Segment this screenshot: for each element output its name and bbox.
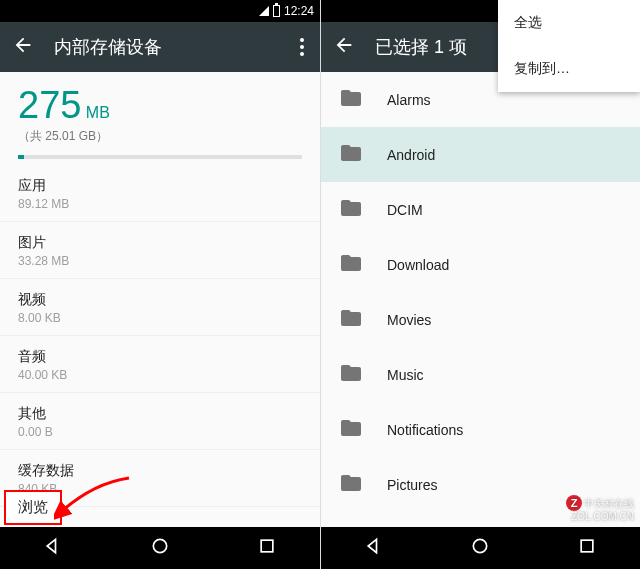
folder-item[interactable]: Android bbox=[321, 127, 640, 182]
signal-icon bbox=[259, 6, 269, 16]
category-label: 其他 bbox=[18, 405, 302, 423]
storage-used-value: 275 bbox=[18, 84, 81, 126]
menu-select-all[interactable]: 全选 bbox=[498, 0, 640, 46]
status-bar: 12:24 bbox=[0, 0, 320, 22]
folder-name: DCIM bbox=[387, 202, 423, 218]
storage-category-item[interactable]: 其他0.00 B bbox=[0, 393, 320, 450]
svg-point-0 bbox=[153, 539, 166, 552]
app-bar: 内部存储设备 bbox=[0, 22, 320, 72]
folder-item[interactable]: Notifications bbox=[321, 402, 640, 457]
folder-list: AlarmsAndroidDCIMDownloadMoviesMusicNoti… bbox=[321, 72, 640, 527]
category-label: 应用 bbox=[18, 177, 302, 195]
battery-icon bbox=[273, 5, 280, 17]
watermark: Z中关村在线 ZOL.COM.CN bbox=[566, 495, 634, 523]
storage-category-item[interactable]: 音频40.00 KB bbox=[0, 336, 320, 393]
storage-category-item[interactable]: 应用89.12 MB bbox=[0, 165, 320, 222]
menu-copy-to[interactable]: 复制到… bbox=[498, 46, 640, 92]
storage-category-item[interactable]: 视频8.00 KB bbox=[0, 279, 320, 336]
category-label: 图片 bbox=[18, 234, 302, 252]
svg-rect-1 bbox=[261, 540, 273, 552]
folder-item[interactable]: Download bbox=[321, 237, 640, 292]
storage-summary: 275 MB （共 25.01 GB） bbox=[0, 72, 320, 165]
folder-name: Movies bbox=[387, 312, 431, 328]
storage-category-list: 应用89.12 MB图片33.28 MB视频8.00 KB音频40.00 KB其… bbox=[0, 165, 320, 527]
nav-bar bbox=[321, 527, 640, 569]
folder-name: Android bbox=[387, 147, 435, 163]
folder-icon bbox=[339, 471, 363, 498]
storage-used-unit: MB bbox=[86, 104, 110, 121]
folder-name: Music bbox=[387, 367, 424, 383]
nav-back-icon[interactable] bbox=[43, 536, 63, 560]
phone-left: 12:24 内部存储设备 275 MB （共 25.01 GB） 应用89.12… bbox=[0, 0, 320, 569]
nav-back-icon[interactable] bbox=[364, 536, 384, 560]
phone-right: 12:25 已选择 1 项 AlarmsAndroidDCIMDownloadM… bbox=[320, 0, 640, 569]
storage-category-item[interactable]: 图片33.28 MB bbox=[0, 222, 320, 279]
nav-home-icon[interactable] bbox=[150, 536, 170, 560]
nav-home-icon[interactable] bbox=[470, 536, 490, 560]
status-time: 12:24 bbox=[284, 4, 314, 18]
folder-name: Pictures bbox=[387, 477, 438, 493]
folder-icon bbox=[339, 361, 363, 388]
svg-point-2 bbox=[474, 539, 487, 552]
storage-progress bbox=[18, 155, 302, 159]
folder-icon bbox=[339, 141, 363, 168]
folder-item[interactable]: DCIM bbox=[321, 182, 640, 237]
category-size: 89.12 MB bbox=[18, 197, 302, 211]
more-icon[interactable] bbox=[296, 34, 308, 60]
folder-icon bbox=[339, 86, 363, 113]
back-icon[interactable] bbox=[333, 34, 355, 60]
browse-button[interactable]: 浏览 bbox=[4, 490, 62, 525]
storage-total: （共 25.01 GB） bbox=[18, 128, 302, 145]
category-size: 0.00 B bbox=[18, 425, 302, 439]
overflow-menu: 全选 复制到… bbox=[498, 0, 640, 92]
nav-recent-icon[interactable] bbox=[257, 536, 277, 560]
folder-name: Alarms bbox=[387, 92, 431, 108]
folder-icon bbox=[339, 251, 363, 278]
folder-item[interactable]: Music bbox=[321, 347, 640, 402]
category-size: 8.00 KB bbox=[18, 311, 302, 325]
nav-recent-icon[interactable] bbox=[577, 536, 597, 560]
folder-icon bbox=[339, 306, 363, 333]
page-title: 内部存储设备 bbox=[54, 35, 276, 59]
folder-item[interactable]: Movies bbox=[321, 292, 640, 347]
folder-name: Notifications bbox=[387, 422, 463, 438]
back-icon[interactable] bbox=[12, 34, 34, 60]
folder-icon bbox=[339, 196, 363, 223]
nav-bar bbox=[0, 527, 320, 569]
category-size: 40.00 KB bbox=[18, 368, 302, 382]
category-label: 音频 bbox=[18, 348, 302, 366]
category-label: 缓存数据 bbox=[18, 462, 302, 480]
folder-icon bbox=[339, 416, 363, 443]
svg-rect-3 bbox=[581, 540, 593, 552]
folder-name: Download bbox=[387, 257, 449, 273]
category-label: 视频 bbox=[18, 291, 302, 309]
category-size: 33.28 MB bbox=[18, 254, 302, 268]
